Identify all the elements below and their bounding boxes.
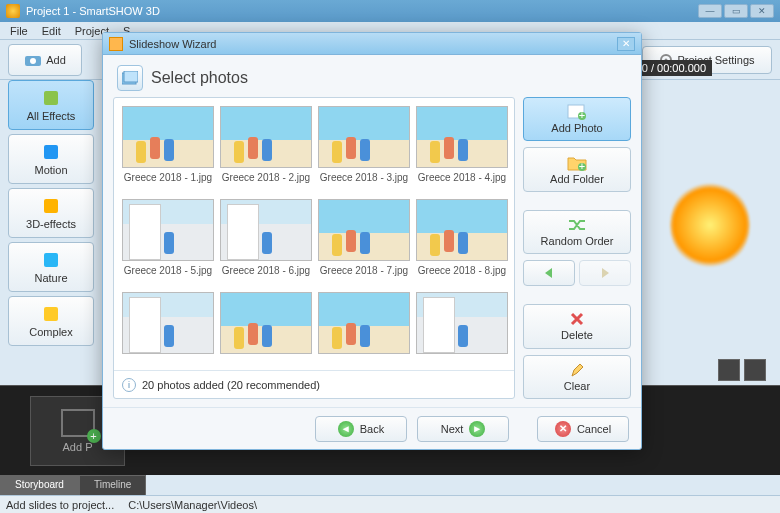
add-folder-label: Add Folder xyxy=(550,173,604,185)
preview-box-1[interactable] xyxy=(718,359,740,381)
photo-item[interactable] xyxy=(416,292,508,362)
photo-filename: Greece 2018 - 4.jpg xyxy=(418,172,506,183)
photo-thumbnail xyxy=(318,199,410,261)
maximize-button[interactable]: ▭ xyxy=(724,4,748,18)
random-order-label: Random Order xyxy=(541,235,614,247)
arrow-right-circle-icon: ► xyxy=(469,421,485,437)
back-button[interactable]: ◄ Back xyxy=(315,416,407,442)
sidecat-label: Motion xyxy=(34,164,67,176)
menu-file[interactable]: File xyxy=(4,24,34,38)
svg-rect-10 xyxy=(124,71,138,82)
add-slide-label: Add P xyxy=(63,441,93,453)
dialog-header: Select photos xyxy=(103,55,641,97)
photo-item[interactable] xyxy=(220,292,312,362)
photo-filename: Greece 2018 - 3.jpg xyxy=(320,172,408,183)
category-icon xyxy=(41,304,61,324)
folder-icon: + xyxy=(567,155,587,171)
svg-rect-6 xyxy=(44,199,58,213)
sidecat-complex[interactable]: Complex xyxy=(8,296,94,346)
add-slide-icon xyxy=(61,409,95,437)
dialog-close-button[interactable]: ✕ xyxy=(617,37,635,51)
window-title: Project 1 - SmartSHOW 3D xyxy=(26,5,698,17)
sidecat-nature[interactable]: Nature xyxy=(8,242,94,292)
svg-text:+: + xyxy=(579,160,585,171)
photo-grid[interactable]: Greece 2018 - 1.jpgGreece 2018 - 2.jpgGr… xyxy=(114,98,514,370)
photo-item[interactable]: Greece 2018 - 8.jpg xyxy=(416,199,508,284)
delete-icon xyxy=(567,311,587,327)
slideshow-wizard-dialog: Slideshow Wizard ✕ Select photos Greece … xyxy=(102,32,642,450)
photo-filename: Greece 2018 - 2.jpg xyxy=(222,172,310,183)
svg-point-1 xyxy=(30,58,36,64)
minimize-button[interactable]: — xyxy=(698,4,722,18)
next-label: Next xyxy=(441,423,464,435)
photo-item[interactable]: Greece 2018 - 2.jpg xyxy=(220,106,312,191)
random-order-button[interactable]: Random Order xyxy=(523,210,631,254)
preview-box-2[interactable] xyxy=(744,359,766,381)
cancel-label: Cancel xyxy=(577,423,611,435)
photo-item[interactable]: Greece 2018 - 5.jpg xyxy=(122,199,214,284)
add-photo-icon: + xyxy=(567,104,587,120)
timeline-tabs: Storyboard Timeline xyxy=(0,475,146,495)
photo-item[interactable] xyxy=(122,292,214,362)
photo-filename: Greece 2018 - 6.jpg xyxy=(222,265,310,276)
svg-text:+: + xyxy=(579,109,585,120)
tab-storyboard[interactable]: Storyboard xyxy=(0,475,79,495)
photo-thumbnail xyxy=(318,106,410,168)
wizard-icon xyxy=(109,37,123,51)
sidecat-motion[interactable]: Motion xyxy=(8,134,94,184)
dialog-titlebar: Slideshow Wizard ✕ xyxy=(103,33,641,55)
svg-rect-4 xyxy=(44,91,58,105)
photo-item[interactable] xyxy=(318,292,410,362)
photo-panel: Greece 2018 - 1.jpgGreece 2018 - 2.jpgGr… xyxy=(113,97,515,399)
next-button[interactable]: Next ► xyxy=(417,416,509,442)
photo-thumbnail xyxy=(220,292,312,354)
menu-edit[interactable]: Edit xyxy=(36,24,67,38)
delete-label: Delete xyxy=(561,329,593,341)
move-left-button[interactable] xyxy=(523,260,575,286)
photo-filename: Greece 2018 - 5.jpg xyxy=(124,265,212,276)
photo-item[interactable]: Greece 2018 - 6.jpg xyxy=(220,199,312,284)
photo-thumbnail xyxy=(220,199,312,261)
sidecat-all-effects[interactable]: All Effects xyxy=(8,80,94,130)
sidecat-label: All Effects xyxy=(27,110,76,122)
cancel-button[interactable]: ✕ Cancel xyxy=(537,416,629,442)
effects-sidebar: All EffectsMotion3D-effectsNatureComplex xyxy=(8,80,94,350)
back-label: Back xyxy=(360,423,384,435)
sidecat-label: 3D-effects xyxy=(26,218,76,230)
photo-filename: Greece 2018 - 8.jpg xyxy=(418,265,506,276)
add-button[interactable]: Add xyxy=(8,44,82,76)
photos-icon xyxy=(117,65,143,91)
cancel-icon: ✕ xyxy=(555,421,571,437)
svg-rect-8 xyxy=(44,307,58,321)
sidecat-3d-effects[interactable]: 3D-effects xyxy=(8,188,94,238)
category-icon xyxy=(41,250,61,270)
clear-button[interactable]: Clear xyxy=(523,355,631,399)
svg-rect-7 xyxy=(44,253,58,267)
photo-item[interactable]: Greece 2018 - 7.jpg xyxy=(318,199,410,284)
photo-thumbnail xyxy=(416,106,508,168)
add-folder-button[interactable]: + Add Folder xyxy=(523,147,631,191)
photo-item[interactable]: Greece 2018 - 3.jpg xyxy=(318,106,410,191)
status-hint: Add slides to project... xyxy=(6,499,114,511)
sidecat-label: Nature xyxy=(34,272,67,284)
add-photo-button[interactable]: + Add Photo xyxy=(523,97,631,141)
photo-thumbnail xyxy=(122,292,214,354)
move-right-button[interactable] xyxy=(579,260,631,286)
status-path: C:\Users\Manager\Videos\ xyxy=(128,499,257,511)
category-icon xyxy=(41,142,61,162)
close-button[interactable]: ✕ xyxy=(750,4,774,18)
tab-timeline[interactable]: Timeline xyxy=(79,475,146,495)
delete-button[interactable]: Delete xyxy=(523,304,631,348)
photo-thumbnail xyxy=(416,292,508,354)
svg-rect-5 xyxy=(44,145,58,159)
shuffle-icon xyxy=(567,217,587,233)
dialog-side-buttons: + Add Photo + Add Folder Random Order De… xyxy=(523,97,631,399)
photo-item[interactable]: Greece 2018 - 1.jpg xyxy=(122,106,214,191)
dialog-heading: Select photos xyxy=(151,69,248,87)
arrow-left-icon xyxy=(542,267,556,279)
photo-item[interactable]: Greece 2018 - 4.jpg xyxy=(416,106,508,191)
photo-filename: Greece 2018 - 7.jpg xyxy=(320,265,408,276)
category-icon xyxy=(41,88,61,108)
sidecat-label: Complex xyxy=(29,326,72,338)
photo-thumbnail xyxy=(416,199,508,261)
